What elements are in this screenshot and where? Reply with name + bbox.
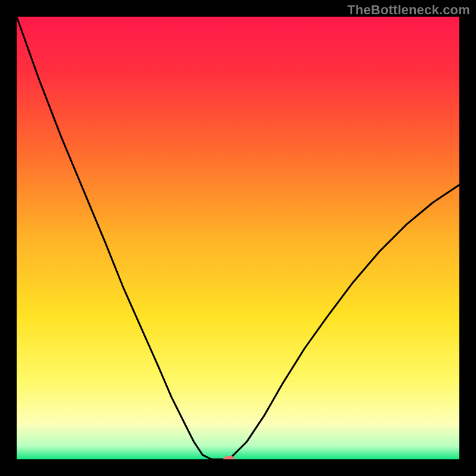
watermark-text: TheBottleneck.com	[347, 2, 470, 18]
plot-svg	[17, 17, 459, 459]
chart-frame: TheBottleneck.com	[0, 0, 476, 476]
plot-area	[17, 17, 459, 459]
